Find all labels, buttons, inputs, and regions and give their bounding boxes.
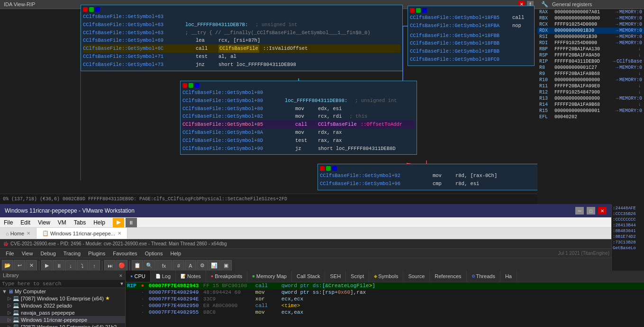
reg-row-rsi[interactable]: RSI 000000000001B30 → MEMORY:0 bbox=[537, 34, 644, 40]
dot-icon-3: · bbox=[141, 303, 145, 308]
disasm-row-2[interactable]: · 00007FF7E498294E 33C9 xor ecx,ecx bbox=[126, 296, 644, 302]
vmware-menu-tabs[interactable]: Tabs bbox=[70, 218, 90, 227]
reg-row-r11[interactable]: R11 FFFFF20BA1FA99E0 ↓ bbox=[537, 83, 644, 89]
code-block-3: CClfsBaseFile::GetSymbol+18FB5call CClfs… bbox=[408, 6, 535, 66]
tb-open[interactable]: 📂 bbox=[2, 260, 13, 271]
search-dropdown[interactable]: ▼ bbox=[120, 281, 123, 287]
tb-step-out[interactable]: ↑ bbox=[89, 260, 100, 271]
sidebar-item-win2022[interactable]: ▷ 💻 Windows 2022 pelado bbox=[0, 302, 125, 309]
reg-row-rsp[interactable]: RSP FFFFF20BA1FA9A50 ↓ bbox=[537, 52, 644, 58]
vmware-title: Windows 11ricnar-pepepepe - VMware Works… bbox=[5, 207, 572, 214]
reg-row-rbx[interactable]: RBX 0000000000000000 → MEMORY:0 bbox=[537, 15, 644, 21]
vmware-menu-edit[interactable]: Edit bbox=[17, 218, 34, 227]
tb-step-over[interactable]: ⤵ bbox=[77, 260, 88, 271]
tab-symbols[interactable]: ◆ Symbols bbox=[369, 271, 403, 282]
vmware-power-btn[interactable]: ▶ bbox=[113, 218, 124, 227]
vmware-menu-vm[interactable]: VM bbox=[54, 218, 70, 227]
disasm-bytes-1: 48:894424 60 bbox=[202, 289, 254, 296]
reg-row-r15[interactable]: R15 0000000000000001 → MEMORY:0 bbox=[537, 108, 644, 114]
vmware-tab-win[interactable]: 📋 Windows 11ricnar-pepepe... ✕ bbox=[36, 228, 127, 239]
vmware-menu-view[interactable]: View bbox=[34, 218, 54, 227]
titan-menu-plugins[interactable]: Plugins bbox=[84, 250, 109, 257]
tab-cpu[interactable]: ● CPU bbox=[126, 271, 151, 282]
reg-row-r12[interactable]: R12 FFFF910254847900 ↓ bbox=[537, 89, 644, 95]
disasm-row-1[interactable]: · 00007FF7E4982949 48:894424 60 mov qwor… bbox=[126, 289, 644, 296]
titan-menu-help[interactable]: Help bbox=[166, 250, 185, 257]
titan-menu-fav[interactable]: Favourites bbox=[109, 250, 141, 257]
reg-row-r10[interactable]: R10 0000000000000000 → MEMORY:0 bbox=[537, 77, 644, 83]
tab-seh[interactable]: SEH bbox=[325, 271, 346, 282]
tab-log[interactable]: 📄 Log bbox=[151, 271, 176, 282]
tab-memmap[interactable]: ■ Memory Map bbox=[247, 271, 292, 282]
tb-misc2[interactable]: 📊 bbox=[209, 260, 220, 271]
tb-hash[interactable]: # bbox=[173, 260, 184, 271]
vmware-restore-btn[interactable]: □ bbox=[587, 207, 595, 215]
titan-info-text: CVE-2021-26900.exe - PID: 2496 - Module:… bbox=[10, 241, 227, 246]
vmware-menu-file[interactable]: File bbox=[0, 218, 17, 227]
disasm-row-4[interactable]: · 00007FF7E4982955 8BC8 mov ecx,eax bbox=[126, 309, 644, 316]
sidebar-item-navaja[interactable]: ▷ 💻 navaja_pass pepepepe bbox=[0, 309, 125, 316]
disasm-view: RIP ● 00007FF7E4982943 FF 15 BFC90100 ca… bbox=[126, 282, 644, 327]
tab-source[interactable]: Source bbox=[403, 271, 430, 282]
reg-row-efl[interactable]: EFL 00040202 bbox=[537, 114, 644, 120]
sidebar-close-btn[interactable]: ✕ bbox=[119, 272, 122, 279]
tree-my-computer[interactable]: ▼ 🖥 My Computer bbox=[0, 288, 125, 295]
search-container: ▼ bbox=[0, 280, 125, 288]
home-tab-close[interactable]: ✕ bbox=[27, 231, 30, 236]
reg-row-r9[interactable]: R9 FFFFF20BA1FA9B68 ↓ bbox=[537, 71, 644, 77]
reg-row-r8[interactable]: R8 000000000001C27 → MEMORY:0 bbox=[537, 65, 644, 71]
tb-font[interactable]: A bbox=[185, 260, 196, 271]
win-tab-close[interactable]: ✕ bbox=[118, 231, 121, 236]
vmware-menu-help[interactable]: Help bbox=[90, 218, 109, 227]
tb-restart[interactable]: ↩ bbox=[14, 260, 25, 271]
bottom-section: Library ✕ ▼ ▼ 🖥 My Computer ▷ 💻 [7087] W… bbox=[0, 271, 644, 327]
vmware-minimize-btn[interactable]: ─ bbox=[575, 207, 584, 215]
tb-more[interactable]: ⏭ bbox=[104, 260, 116, 271]
tab-threads[interactable]: ⚙ Threads bbox=[467, 271, 500, 282]
tb-run[interactable]: ▶ bbox=[41, 260, 53, 271]
vmware-tab-home[interactable]: ⌂ Home ✕ bbox=[0, 228, 36, 239]
reg-row-rbp[interactable]: RBP FFFFF20BA1FAA130 ↓ bbox=[537, 46, 644, 52]
reg-row-rcx[interactable]: RCX FFFF910254D0000 → MEMORY:0 bbox=[537, 21, 644, 28]
ida-view-title: IDA View-RIP bbox=[4, 1, 35, 7]
titan-menu-tracing[interactable]: Tracing bbox=[60, 250, 84, 257]
tab-breakpoints[interactable]: ● Breakpoints bbox=[206, 271, 248, 282]
tb-step-into[interactable]: ↓ bbox=[65, 260, 76, 271]
titan-menu-view[interactable]: View bbox=[18, 250, 37, 257]
sidebar-item-win10-2[interactable]: ▷ 💻 [7087] Windows 10 Enterprise (x64) 2… bbox=[0, 323, 125, 327]
search-input[interactable] bbox=[2, 281, 120, 287]
tb-fx[interactable]: fx bbox=[155, 260, 172, 271]
reg-row-rdx[interactable]: RDX 00000000001B30 → MEMORY:0 bbox=[537, 28, 644, 34]
tab-references[interactable]: References bbox=[430, 271, 466, 282]
tb-pause[interactable]: ⏸ bbox=[53, 260, 64, 271]
vmware-suspend-btn[interactable]: ⏸ bbox=[126, 218, 137, 227]
tab-script[interactable]: Script bbox=[346, 271, 369, 282]
vmware-close-btn[interactable]: ✕ bbox=[598, 207, 607, 215]
sidebar-item-win11[interactable]: ▷ 💻 Windows 11ricnar-pepepepe bbox=[0, 316, 125, 323]
disasm-row-active[interactable]: RIP ● 00007FF7E4982943 FF 15 BFC90100 ca… bbox=[126, 282, 644, 289]
reg-row-rip[interactable]: RIP FFFFF804311DEB9D → CClfsBase bbox=[537, 58, 644, 65]
reg-row-rax[interactable]: RAX 0000000000007A01 → MEMORY:0 bbox=[537, 9, 644, 15]
tb-misc3[interactable]: ▣ bbox=[220, 260, 232, 271]
reg-row-rdi[interactable]: RDI FFFF910254D0000 → MEMORY:0 bbox=[537, 40, 644, 46]
titan-menu-file[interactable]: File bbox=[2, 250, 18, 257]
titan-menu-debug[interactable]: Debug bbox=[36, 250, 59, 257]
disasm-ops-0: qword ptr ds:[&CreateLogFile>] bbox=[280, 282, 644, 289]
disasm-row-3[interactable]: · 00007FF7E4982950 E8 AB0C0000 call <tim… bbox=[126, 302, 644, 309]
tab-ha[interactable]: Ha bbox=[500, 271, 517, 282]
tb-close[interactable]: ✕ bbox=[26, 260, 37, 271]
tb-search[interactable]: 🔍 bbox=[144, 260, 155, 271]
general-registers-panel: 🔧 General registers RAX 0000000000007A01… bbox=[537, 0, 644, 204]
tab-notes[interactable]: 📝 Notes bbox=[176, 271, 206, 282]
tb-misc1[interactable]: ⚙ bbox=[197, 260, 208, 271]
sidebar-item-win10-1[interactable]: ▷ 💻 [7087] Windows 10 Enterprise (x64) ★ bbox=[0, 295, 125, 302]
reg-row-r14[interactable]: R14 FFFFF20BA1FA9B68 ↓ bbox=[537, 102, 644, 108]
disasm-bytes-3: E8 AB0C0000 bbox=[202, 302, 254, 309]
tb-bp[interactable]: 🔴 bbox=[116, 260, 127, 271]
tb-mem[interactable]: 📋 bbox=[132, 260, 143, 271]
tab-callstack[interactable]: Call Stack bbox=[292, 271, 326, 282]
mem-val-7: :73C13B28 bbox=[613, 240, 643, 245]
gen-regs-header: 🔧 General registers bbox=[537, 0, 644, 9]
reg-row-r13[interactable]: R13 0000000000000000 → MEMORY:0 bbox=[537, 95, 644, 102]
titan-menu-options[interactable]: Options bbox=[141, 250, 167, 257]
